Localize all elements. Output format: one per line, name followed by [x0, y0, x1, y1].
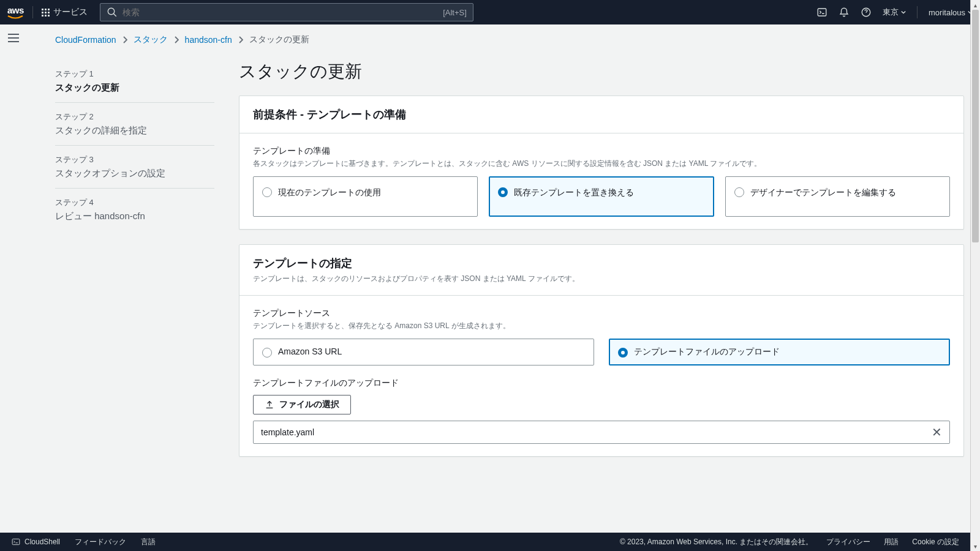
- upload-icon: [265, 400, 274, 410]
- field-description: テンプレートを選択すると、保存先となる Amazon S3 URL が生成されま…: [253, 320, 950, 331]
- panel-title: テンプレートの指定: [253, 256, 950, 271]
- services-label: サービス: [53, 7, 88, 18]
- scrollbar[interactable]: ▴ ▾: [970, 0, 980, 496]
- step-number: ステップ 4: [55, 197, 214, 208]
- account-menu[interactable]: moritalous: [929, 8, 973, 17]
- file-button-label: ファイルの選択: [279, 399, 339, 410]
- radio-label: 現在のテンプレートの使用: [278, 187, 381, 199]
- account-label: moritalous: [929, 8, 965, 17]
- search-box[interactable]: [Alt+S]: [100, 3, 473, 21]
- step-4[interactable]: ステップ 4 レビュー handson-cfn: [55, 189, 214, 231]
- help-icon[interactable]: [861, 7, 872, 18]
- panel-description: テンプレートは、スタックのリソースおよびプロパティを表す JSON または YA…: [253, 273, 950, 284]
- divider: [32, 6, 33, 18]
- radio-icon: [262, 348, 272, 358]
- step-2[interactable]: ステップ 2 スタックの詳細を指定: [55, 103, 214, 146]
- search-input[interactable]: [123, 7, 438, 17]
- radio-replace-template[interactable]: 既存テンプレートを置き換える: [489, 176, 714, 217]
- chevron-down-icon: [901, 10, 906, 15]
- field-label: テンプレートソース: [253, 308, 950, 319]
- breadcrumb: CloudFormation スタック handson-cfn スタックの更新: [31, 34, 970, 45]
- radio-use-current-template[interactable]: 現在のテンプレートの使用: [253, 176, 478, 217]
- divider: [917, 6, 918, 18]
- breadcrumb-current: スタックの更新: [249, 34, 309, 45]
- top-navigation: aws サービス [Alt+S] 東京 moritalous: [0, 0, 980, 24]
- radio-icon: [498, 187, 508, 197]
- breadcrumb-stack-name[interactable]: handson-cfn: [185, 35, 232, 45]
- step-number: ステップ 3: [55, 154, 214, 165]
- svg-line-1: [113, 13, 116, 17]
- radio-label: テンプレートファイルのアップロード: [634, 346, 780, 358]
- search-icon: [107, 7, 118, 18]
- radio-edit-in-designer[interactable]: デザイナーでテンプレートを編集する: [725, 176, 950, 217]
- radio-icon: [262, 187, 272, 197]
- radio-label: デザイナーでテンプレートを編集する: [750, 187, 896, 199]
- chevron-right-icon: [238, 36, 243, 43]
- radio-s3-url[interactable]: Amazon S3 URL: [253, 339, 594, 365]
- page-title: スタックの更新: [239, 60, 964, 83]
- svg-point-0: [108, 8, 115, 15]
- step-3[interactable]: ステップ 3 スタックオプションの設定: [55, 146, 214, 189]
- field-label: テンプレートの準備: [253, 146, 950, 157]
- aws-logo[interactable]: aws: [7, 5, 24, 20]
- radio-label: 既存テンプレートを置き換える: [514, 187, 634, 199]
- step-number: ステップ 2: [55, 111, 214, 122]
- radio-icon: [734, 187, 744, 197]
- radio-label: Amazon S3 URL: [278, 346, 342, 358]
- notifications-icon[interactable]: [839, 7, 850, 18]
- search-shortcut: [Alt+S]: [443, 8, 467, 17]
- wizard-steps: ステップ 1 スタックの更新 ステップ 2 スタックの詳細を指定 ステップ 3 …: [55, 60, 214, 471]
- field-description: 各スタックはテンプレートに基づきます。テンプレートとは、スタックに含む AWS …: [253, 158, 950, 169]
- choose-file-button[interactable]: ファイルの選択: [253, 395, 351, 414]
- chevron-right-icon: [123, 36, 127, 43]
- sidebar-toggle[interactable]: [7, 33, 20, 45]
- breadcrumb-stacks[interactable]: スタック: [134, 34, 168, 45]
- radio-upload-file[interactable]: テンプレートファイルのアップロード: [609, 339, 950, 365]
- svg-rect-2: [818, 9, 826, 16]
- scroll-up-icon[interactable]: ▴: [971, 0, 980, 10]
- step-label: スタックの更新: [55, 82, 214, 94]
- upload-label: テンプレートファイルのアップロード: [253, 378, 950, 389]
- grid-icon: [42, 9, 50, 17]
- aws-smile-icon: [7, 15, 23, 20]
- step-label: スタックの詳細を指定: [55, 125, 214, 137]
- radio-icon: [618, 348, 628, 358]
- specify-template-panel: テンプレートの指定 テンプレートは、スタックのリソースおよびプロパティを表す J…: [239, 244, 964, 457]
- hamburger-icon: [7, 33, 20, 43]
- chevron-right-icon: [174, 36, 179, 43]
- step-label: レビュー handson-cfn: [55, 211, 214, 222]
- services-menu-button[interactable]: サービス: [42, 7, 88, 18]
- region-label: 東京: [883, 7, 899, 18]
- region-selector[interactable]: 東京: [883, 7, 906, 18]
- selected-file-display: template.yaml ✕: [253, 421, 950, 444]
- scroll-thumb[interactable]: [972, 10, 979, 242]
- cloudshell-icon[interactable]: [816, 7, 827, 18]
- step-1[interactable]: ステップ 1 スタックの更新: [55, 60, 214, 103]
- prerequisite-panel: 前提条件 - テンプレートの準備 テンプレートの準備 各スタックはテンプレートに…: [239, 96, 964, 230]
- step-label: スタックオプションの設定: [55, 168, 214, 179]
- filename: template.yaml: [261, 427, 314, 437]
- clear-file-button[interactable]: ✕: [932, 426, 942, 438]
- step-number: ステップ 1: [55, 69, 214, 80]
- breadcrumb-cloudformation[interactable]: CloudFormation: [55, 35, 116, 45]
- panel-title: 前提条件 - テンプレートの準備: [253, 107, 950, 122]
